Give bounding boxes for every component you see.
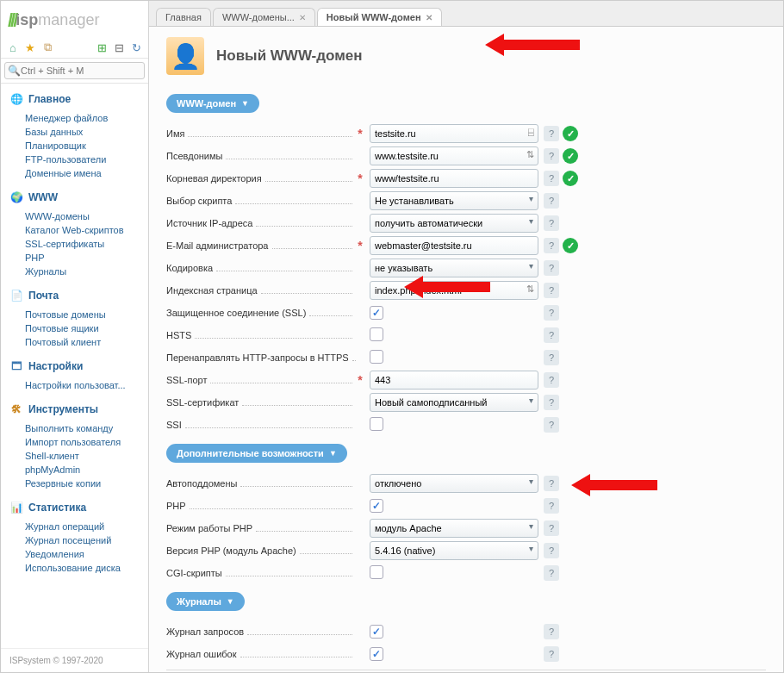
section-logs-toggle[interactable]: Журналы ▼ [166, 592, 245, 611]
help-icon[interactable]: ? [544, 260, 559, 276]
help-icon[interactable]: ? [544, 305, 559, 321]
nav-item[interactable]: Журналы [25, 265, 148, 278]
hsts-checkbox[interactable] [370, 327, 383, 341]
nav-item[interactable]: Резервные копии [25, 477, 148, 490]
help-icon[interactable]: ? [544, 646, 559, 662]
help-icon[interactable]: ? [544, 350, 559, 365]
section-extra-toggle[interactable]: Дополнительные возможности ▼ [166, 444, 347, 463]
nav-section-3[interactable]: 🗔Настройки [1, 356, 148, 377]
nav-item[interactable]: Импорт пользователя [25, 435, 148, 449]
tab[interactable]: Новый WWW-домен✕ [317, 8, 442, 26]
email-input[interactable] [370, 236, 538, 255]
help-icon[interactable]: ? [544, 148, 559, 164]
script-select[interactable]: Не устанавливать [370, 191, 538, 210]
valid-icon: ✓ [563, 238, 578, 253]
help-icon[interactable]: ? [544, 498, 559, 514]
nav-item[interactable]: Доменные имена [25, 166, 148, 180]
reqlog-checkbox[interactable] [370, 625, 383, 639]
help-icon[interactable]: ? [544, 543, 559, 558]
nav-item[interactable]: Почтовые ящики [25, 321, 148, 335]
errlog-checkbox[interactable] [370, 647, 383, 661]
nav-section-0[interactable]: 🌐Главное [1, 89, 148, 109]
phpmode-select[interactable]: модуль Apache [370, 519, 538, 538]
sslcert-select[interactable]: Новый самоподписанный [370, 393, 538, 412]
content: 👤 Новый WWW-домен WWW-домен ▼ Имя*⌸?✓Псе… [149, 27, 783, 672]
root-input[interactable] [370, 169, 538, 188]
sslport-input[interactable] [370, 371, 538, 389]
search-input[interactable] [4, 62, 145, 79]
help-icon[interactable]: ? [544, 520, 559, 536]
label: Имя [166, 128, 184, 139]
remove-icon[interactable]: ⊟ [112, 41, 126, 54]
nav-item[interactable]: Уведомления [25, 547, 148, 561]
nav-item[interactable]: WWW-домены [25, 209, 148, 223]
close-icon[interactable]: ✕ [426, 13, 432, 22]
help-icon[interactable]: ? [544, 327, 559, 343]
nav-item[interactable]: PHP [25, 251, 148, 265]
help-icon[interactable]: ? [544, 624, 559, 639]
nav-item[interactable]: Журнал операций [25, 520, 148, 533]
nav-item[interactable]: Выполнить команду [25, 421, 148, 435]
help-icon[interactable]: ? [544, 476, 559, 491]
nav-section-title: Статистика [28, 502, 86, 514]
nav-item[interactable]: Shell-клиент [25, 449, 148, 463]
help-icon[interactable]: ? [544, 193, 559, 209]
nav-item[interactable]: SSL-сертификаты [25, 237, 148, 251]
nav-section-1[interactable]: 🌍WWW [1, 187, 148, 208]
section-www-toggle[interactable]: WWW-домен ▼ [166, 94, 259, 113]
home-icon[interactable]: ⌂ [6, 41, 20, 54]
php-checkbox[interactable] [370, 499, 383, 513]
phpver-select[interactable]: 5.4.16 (native) [370, 541, 538, 560]
label: Версия PHP (модуль Apache) [166, 545, 296, 556]
required-icon: * [356, 171, 364, 185]
field-redirect: Перенаправлять HTTP-запросы в HTTPS? [166, 347, 766, 368]
nav-item[interactable]: Менеджер файлов [25, 111, 148, 125]
help-icon[interactable]: ? [544, 283, 559, 298]
nav-item[interactable]: Настройки пользоват... [25, 378, 148, 392]
help-icon[interactable]: ? [544, 372, 559, 388]
help-icon[interactable]: ? [544, 565, 559, 581]
tab[interactable]: Главная [156, 8, 211, 26]
copy-icon[interactable]: ⧉ [40, 41, 54, 54]
nav-item[interactable]: phpMyAdmin [25, 463, 148, 477]
index-input[interactable] [370, 281, 538, 300]
help-icon[interactable]: ? [544, 417, 559, 433]
nav-item[interactable]: Журнал посещений [25, 533, 148, 547]
nav-item[interactable]: Почтовый клиент [25, 335, 148, 349]
help-icon[interactable]: ? [544, 171, 559, 186]
nav-item[interactable]: Использование диска [25, 561, 148, 575]
help-icon[interactable]: ? [544, 395, 559, 410]
required-icon: * [356, 373, 364, 387]
label: Псевдонимы [166, 151, 222, 161]
aliases-input[interactable] [370, 146, 538, 165]
nav-item[interactable]: Почтовые домены [25, 308, 148, 321]
add-icon[interactable]: ⊞ [95, 41, 109, 54]
star-icon[interactable]: ★ [23, 41, 37, 54]
cgi-checkbox[interactable] [370, 565, 383, 579]
name-input[interactable] [370, 124, 538, 143]
charset-select[interactable]: не указывать [370, 259, 538, 277]
nav-section-5[interactable]: 📊Статистика [1, 497, 148, 518]
help-icon[interactable]: ? [544, 215, 559, 231]
nav-section-4[interactable]: 🛠Инструменты [1, 399, 148, 420]
tab[interactable]: WWW-домены...✕ [213, 8, 315, 26]
help-icon[interactable]: ? [544, 238, 559, 253]
autosub-select[interactable]: отключено [370, 474, 538, 493]
tabs-bar: ГлавнаяWWW-домены...✕Новый WWW-домен✕ [149, 1, 783, 27]
ssl-checkbox[interactable] [370, 306, 383, 320]
redirect-checkbox[interactable] [370, 350, 383, 364]
nav-section-2[interactable]: 📄Почта [1, 285, 148, 306]
close-icon[interactable]: ✕ [299, 13, 306, 22]
nav-item[interactable]: Базы данных [25, 125, 148, 139]
ssi-checkbox[interactable] [370, 417, 383, 431]
label: Источник IP-адреса [166, 218, 252, 228]
field-ssl: Защищенное соединение (SSL)? [166, 302, 766, 323]
ipsrc-select[interactable]: получить автоматически [370, 214, 538, 233]
refresh-icon[interactable]: ↻ [129, 41, 143, 54]
nav-item[interactable]: FTP-пользователи [25, 153, 148, 166]
help-icon[interactable]: ? [544, 126, 559, 141]
nav-item[interactable]: Каталог Web-скриптов [25, 223, 148, 237]
field-reqlog: Журнал запросов? [166, 621, 766, 642]
label: Корневая директория [166, 173, 262, 184]
nav-item[interactable]: Планировщик [25, 139, 148, 153]
